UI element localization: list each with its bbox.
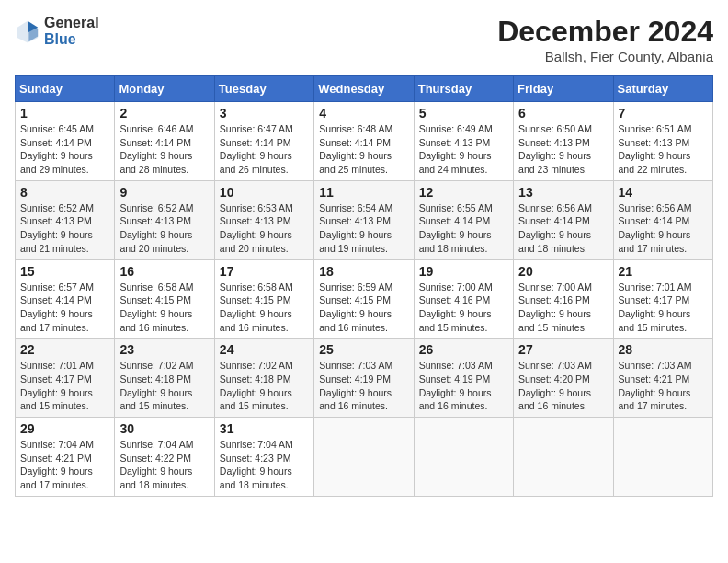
title-area: December 2024 Ballsh, Fier County, Alban… (497, 15, 713, 64)
calendar-cell: 27 Sunrise: 7:03 AMSunset: 4:20 PMDaylig… (514, 339, 613, 418)
calendar-cell: 31 Sunrise: 7:04 AMSunset: 4:23 PMDaylig… (214, 418, 313, 497)
day-number: 15 (20, 264, 109, 279)
calendar-cell: 30 Sunrise: 7:04 AMSunset: 4:22 PMDaylig… (115, 418, 214, 497)
calendar-cell: 25 Sunrise: 7:03 AMSunset: 4:19 PMDaylig… (314, 339, 414, 418)
calendar-cell: 11 Sunrise: 6:54 AMSunset: 4:13 PMDaylig… (314, 180, 414, 259)
day-detail: Sunrise: 6:50 AMSunset: 4:13 PMDaylight:… (518, 123, 592, 175)
day-detail: Sunrise: 6:46 AMSunset: 4:14 PMDaylight:… (119, 123, 193, 175)
day-number: 3 (220, 106, 309, 121)
day-number: 16 (119, 264, 209, 279)
day-number: 28 (619, 342, 708, 357)
calendar-cell: 7 Sunrise: 6:51 AMSunset: 4:13 PMDayligh… (613, 102, 712, 181)
day-number: 11 (319, 185, 408, 200)
calendar-cell: 2 Sunrise: 6:46 AMSunset: 4:14 PMDayligh… (115, 102, 214, 181)
calendar-cell: 28 Sunrise: 7:03 AMSunset: 4:21 PMDaylig… (613, 339, 712, 418)
calendar-cell: 9 Sunrise: 6:52 AMSunset: 4:13 PMDayligh… (115, 180, 214, 259)
calendar-cell: 24 Sunrise: 7:02 AMSunset: 4:18 PMDaylig… (214, 339, 313, 418)
calendar-cell (414, 418, 513, 497)
calendar-cell: 3 Sunrise: 6:47 AMSunset: 4:14 PMDayligh… (214, 102, 313, 181)
day-detail: Sunrise: 6:54 AMSunset: 4:13 PMDaylight:… (319, 202, 392, 254)
day-number: 9 (119, 185, 209, 200)
calendar-week-3: 22 Sunrise: 7:01 AMSunset: 4:17 PMDaylig… (16, 339, 713, 418)
day-number: 26 (419, 342, 508, 357)
day-number: 13 (518, 185, 608, 200)
day-detail: Sunrise: 7:01 AMSunset: 4:17 PMDaylight:… (20, 360, 94, 411)
weekday-tuesday: Tuesday (214, 76, 313, 102)
day-detail: Sunrise: 7:03 AMSunset: 4:21 PMDaylight:… (619, 360, 692, 411)
calendar-cell: 20 Sunrise: 7:00 AMSunset: 4:16 PMDaylig… (514, 259, 613, 339)
calendar-cell: 12 Sunrise: 6:55 AMSunset: 4:14 PMDaylig… (414, 180, 513, 259)
calendar-cell: 6 Sunrise: 6:50 AMSunset: 4:13 PMDayligh… (514, 102, 613, 181)
logo-blue: Blue (44, 31, 99, 48)
day-detail: Sunrise: 6:52 AMSunset: 4:13 PMDaylight:… (20, 202, 94, 254)
calendar-cell (613, 418, 712, 497)
day-detail: Sunrise: 6:48 AMSunset: 4:14 PMDaylight:… (319, 123, 392, 175)
day-detail: Sunrise: 6:56 AMSunset: 4:14 PMDaylight:… (619, 202, 692, 254)
logo-icon (15, 18, 40, 44)
calendar-week-2: 15 Sunrise: 6:57 AMSunset: 4:14 PMDaylig… (16, 259, 713, 339)
calendar-week-0: 1 Sunrise: 6:45 AMSunset: 4:14 PMDayligh… (16, 102, 713, 181)
day-detail: Sunrise: 6:47 AMSunset: 4:14 PMDaylight:… (220, 123, 293, 175)
day-detail: Sunrise: 7:04 AMSunset: 4:22 PMDaylight:… (119, 439, 193, 490)
calendar-week-1: 8 Sunrise: 6:52 AMSunset: 4:13 PMDayligh… (16, 180, 713, 259)
month-title: December 2024 (497, 15, 713, 49)
calendar-header: SundayMondayTuesdayWednesdayThursdayFrid… (16, 76, 713, 102)
day-detail: Sunrise: 7:03 AMSunset: 4:19 PMDaylight:… (419, 360, 493, 411)
day-number: 10 (220, 185, 309, 200)
day-detail: Sunrise: 6:45 AMSunset: 4:14 PMDaylight:… (20, 123, 94, 175)
day-detail: Sunrise: 6:57 AMSunset: 4:14 PMDaylight:… (20, 282, 94, 333)
day-detail: Sunrise: 6:58 AMSunset: 4:15 PMDaylight:… (220, 282, 293, 333)
calendar-cell: 14 Sunrise: 6:56 AMSunset: 4:14 PMDaylig… (613, 180, 712, 259)
calendar-cell (314, 418, 414, 497)
calendar-cell: 21 Sunrise: 7:01 AMSunset: 4:17 PMDaylig… (613, 259, 712, 339)
day-number: 27 (518, 342, 608, 357)
day-number: 30 (119, 421, 209, 436)
calendar-cell: 13 Sunrise: 6:56 AMSunset: 4:14 PMDaylig… (514, 180, 613, 259)
day-number: 24 (220, 342, 309, 357)
day-number: 22 (20, 342, 109, 357)
day-detail: Sunrise: 7:02 AMSunset: 4:18 PMDaylight:… (220, 360, 293, 411)
calendar-body: 1 Sunrise: 6:45 AMSunset: 4:14 PMDayligh… (16, 102, 713, 497)
calendar-cell: 4 Sunrise: 6:48 AMSunset: 4:14 PMDayligh… (314, 102, 414, 181)
day-detail: Sunrise: 7:00 AMSunset: 4:16 PMDaylight:… (419, 282, 493, 333)
logo: General Blue (15, 15, 99, 47)
day-number: 8 (20, 185, 109, 200)
day-detail: Sunrise: 7:04 AMSunset: 4:23 PMDaylight:… (220, 439, 293, 490)
day-number: 14 (619, 185, 708, 200)
calendar-table: SundayMondayTuesdayWednesdayThursdayFrid… (15, 75, 713, 497)
day-detail: Sunrise: 6:56 AMSunset: 4:14 PMDaylight:… (518, 202, 592, 254)
day-number: 6 (518, 106, 608, 121)
day-number: 31 (220, 421, 309, 436)
day-detail: Sunrise: 6:52 AMSunset: 4:13 PMDaylight:… (119, 202, 193, 254)
calendar-cell: 1 Sunrise: 6:45 AMSunset: 4:14 PMDayligh… (16, 102, 115, 181)
header: General Blue December 2024 Ballsh, Fier … (15, 15, 713, 64)
day-detail: Sunrise: 7:03 AMSunset: 4:20 PMDaylight:… (518, 360, 592, 411)
calendar-week-4: 29 Sunrise: 7:04 AMSunset: 4:21 PMDaylig… (16, 418, 713, 497)
day-number: 12 (419, 185, 508, 200)
day-number: 25 (319, 342, 408, 357)
calendar-cell: 23 Sunrise: 7:02 AMSunset: 4:18 PMDaylig… (115, 339, 214, 418)
logo-text: General Blue (44, 15, 99, 47)
day-detail: Sunrise: 6:49 AMSunset: 4:13 PMDaylight:… (419, 123, 493, 175)
day-number: 21 (619, 264, 708, 279)
day-number: 17 (220, 264, 309, 279)
day-detail: Sunrise: 6:53 AMSunset: 4:13 PMDaylight:… (220, 202, 293, 254)
weekday-monday: Monday (115, 76, 214, 102)
day-detail: Sunrise: 7:03 AMSunset: 4:19 PMDaylight:… (319, 360, 392, 411)
day-number: 20 (518, 264, 608, 279)
weekday-wednesday: Wednesday (314, 76, 414, 102)
day-number: 23 (119, 342, 209, 357)
weekday-sunday: Sunday (16, 76, 115, 102)
calendar-cell: 18 Sunrise: 6:59 AMSunset: 4:15 PMDaylig… (314, 259, 414, 339)
day-detail: Sunrise: 6:59 AMSunset: 4:15 PMDaylight:… (319, 282, 392, 333)
day-detail: Sunrise: 7:02 AMSunset: 4:18 PMDaylight:… (119, 360, 193, 411)
calendar-cell: 16 Sunrise: 6:58 AMSunset: 4:15 PMDaylig… (115, 259, 214, 339)
weekday-friday: Friday (514, 76, 613, 102)
day-detail: Sunrise: 6:58 AMSunset: 4:15 PMDaylight:… (119, 282, 193, 333)
day-detail: Sunrise: 6:51 AMSunset: 4:13 PMDaylight:… (619, 123, 692, 175)
calendar-cell: 10 Sunrise: 6:53 AMSunset: 4:13 PMDaylig… (214, 180, 313, 259)
weekday-thursday: Thursday (414, 76, 513, 102)
day-detail: Sunrise: 7:01 AMSunset: 4:17 PMDaylight:… (619, 282, 692, 333)
day-number: 7 (619, 106, 708, 121)
weekday-saturday: Saturday (613, 76, 712, 102)
